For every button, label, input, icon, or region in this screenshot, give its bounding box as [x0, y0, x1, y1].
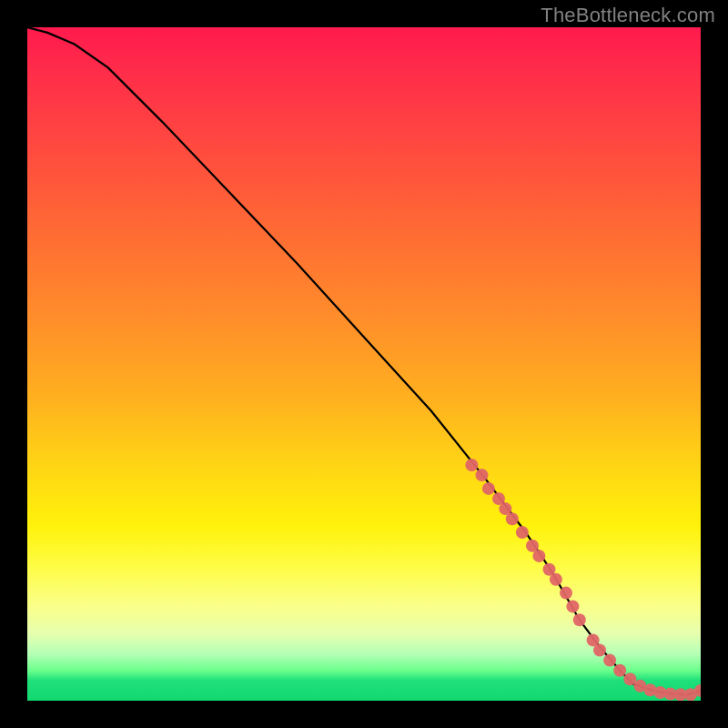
marker-point — [476, 469, 489, 481]
marker-point — [506, 512, 519, 525]
marker-point — [465, 459, 478, 471]
plot-svg — [27, 27, 701, 701]
marker-point — [532, 550, 545, 562]
marker-point — [593, 644, 606, 657]
marker-point — [482, 482, 495, 495]
marker-point — [613, 664, 626, 677]
marker-group — [465, 459, 701, 701]
marker-point — [603, 654, 616, 667]
marker-point — [560, 587, 572, 600]
marker-point — [516, 526, 529, 539]
marker-point — [550, 573, 562, 586]
chart-frame: TheBottleneck.com — [0, 0, 728, 728]
marker-point — [573, 613, 586, 626]
watermark-text: TheBottleneck.com — [541, 4, 715, 27]
plot-area — [27, 27, 701, 701]
bottleneck-curve — [27, 27, 701, 694]
marker-point — [566, 600, 579, 612]
